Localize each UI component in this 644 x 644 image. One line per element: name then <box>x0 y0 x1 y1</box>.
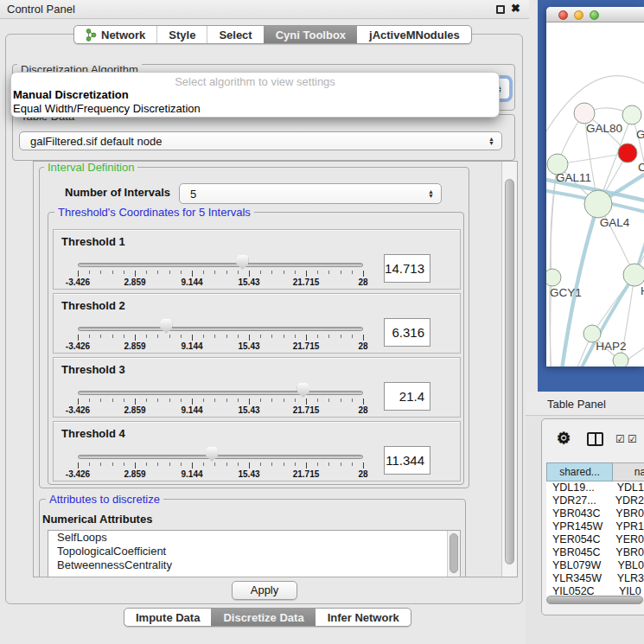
tick-mark <box>169 335 170 338</box>
tab-jactivemnodules[interactable]: jActiveMNodules <box>357 26 471 43</box>
combo-arrows-icon: ▲▼ <box>428 189 434 198</box>
close-icon[interactable]: ✖ <box>511 2 520 15</box>
tick-label: -3.426 <box>66 277 90 287</box>
list-scrollbar[interactable] <box>447 531 460 577</box>
table-row[interactable]: YPR145WYPR1 <box>546 520 644 533</box>
cell-shared-name: YBR043C <box>546 507 609 520</box>
tick-mark <box>260 335 261 338</box>
slider-thumb[interactable] <box>206 447 218 462</box>
threshold-value-field[interactable]: 6.316 <box>384 318 430 347</box>
numerical-attributes-list[interactable]: SelfLoops TopologicalCoefficient Between… <box>48 530 461 577</box>
tick-mark <box>249 335 250 341</box>
network-node-gal80[interactable] <box>574 103 595 124</box>
list-item-topologicalcoefficient[interactable]: TopologicalCoefficient <box>48 545 460 558</box>
tick-label: 15.43 <box>238 277 259 287</box>
slider-thumb[interactable] <box>236 255 248 270</box>
tab-network[interactable]: Network <box>74 26 156 43</box>
tab-discretize-data[interactable]: Discretize Data <box>211 609 315 626</box>
tick-mark <box>284 335 284 338</box>
tab-infer-network[interactable]: Infer Network <box>316 609 411 626</box>
tick-mark <box>306 399 307 405</box>
list-scrollbar-thumb[interactable] <box>450 533 458 573</box>
checkbox-icon[interactable]: ☑ <box>615 433 625 445</box>
dropdown-option-equal-width[interactable]: Equal Width/Frequency Discretization <box>11 102 499 116</box>
table-data-combobox[interactable]: galFiltered.sif default node ▲▼ <box>19 131 502 150</box>
viewport-scrollbar[interactable] <box>501 162 517 577</box>
float-window-icon[interactable] <box>496 5 505 14</box>
dropdown-option-manual[interactable]: Manual Discretization <box>11 88 499 102</box>
list-item-betweennesscentrality[interactable]: BetweennessCentrality <box>48 558 460 572</box>
slider-thumb[interactable] <box>160 319 172 334</box>
tab-style[interactable]: Style <box>156 26 207 43</box>
network-node[interactable] <box>618 143 637 163</box>
table-data-value: galFiltered.sif default node <box>20 135 162 148</box>
attributes-group-title: Attributes to discretize <box>46 494 163 506</box>
network-node[interactable] <box>622 105 641 124</box>
network-canvas-container[interactable]: GAL80GAGAL11CGAL4GCY1HHAP2 <box>546 22 644 367</box>
tab-cyni-toolbox[interactable]: Cyni Toolbox <box>264 26 357 43</box>
threshold-value-field[interactable]: 11.344 <box>384 446 430 475</box>
gear-icon[interactable]: ⚙ <box>557 430 571 446</box>
tick-mark <box>352 271 353 274</box>
tick-label: 2.859 <box>124 469 145 479</box>
threshold-value-field[interactable]: 14.713 <box>384 254 430 283</box>
table-row[interactable]: YBR043CYBR0 <box>546 507 644 520</box>
slider-track <box>78 455 363 459</box>
tick-mark <box>89 399 90 402</box>
table-row[interactable]: YBL079WYBL0 <box>546 559 644 572</box>
slider-track <box>78 391 363 395</box>
slider-thumb[interactable] <box>297 383 309 398</box>
column-divider <box>595 434 596 444</box>
tick-mark <box>203 271 204 274</box>
column-header-name[interactable]: na <box>613 462 644 481</box>
tick-mark <box>352 462 353 466</box>
table-row[interactable]: YLR345WYLR3 <box>546 572 644 585</box>
checkbox-icon[interactable]: ☑ <box>628 433 637 445</box>
tick-label: -3.426 <box>66 469 90 479</box>
settings-scroll-viewport: Interval Definition Number of Intervals … <box>33 161 518 577</box>
network-node-label: GCY1 <box>550 286 582 299</box>
minimize-traffic-light-icon[interactable] <box>574 10 583 20</box>
tick-mark <box>124 271 124 274</box>
threshold-value-field[interactable]: 21.4 <box>384 382 430 411</box>
table-row[interactable]: YBR045CYBR0 <box>546 546 644 559</box>
network-node-label: GAL80 <box>586 122 622 135</box>
horizontal-scrollbar-thumb[interactable] <box>546 596 643 604</box>
table-row[interactable]: YDL19...YDL1 <box>546 481 644 494</box>
table-row[interactable]: YER054CYER0 <box>546 533 644 546</box>
network-node[interactable] <box>613 353 628 367</box>
tick-mark <box>192 271 193 277</box>
network-node-h[interactable] <box>623 264 644 286</box>
network-node-gal4[interactable] <box>584 190 612 218</box>
apply-button[interactable]: Apply <box>232 581 297 600</box>
column-layout-icon[interactable] <box>587 432 603 446</box>
zoom-traffic-light-icon[interactable] <box>590 10 599 20</box>
tick-mark <box>169 462 170 466</box>
tick-mark <box>363 399 364 405</box>
tick-mark <box>341 399 341 402</box>
tick-mark <box>181 335 182 338</box>
tick-mark <box>89 335 90 338</box>
cell-shared-name: YDL19... <box>546 481 611 494</box>
number-of-intervals-combobox[interactable]: 5 ▲▼ <box>179 183 442 204</box>
tick-mark <box>363 271 364 277</box>
tick-mark <box>260 462 261 466</box>
tab-select[interactable]: Select <box>207 26 263 43</box>
tick-mark <box>238 399 239 402</box>
tab-impute-data[interactable]: Impute Data <box>124 609 211 626</box>
viewport-scrollbar-thumb[interactable] <box>505 179 514 564</box>
threshold-label: Threshold 3 <box>61 363 125 376</box>
tick-mark <box>260 271 261 274</box>
network-node-gcy1[interactable] <box>546 269 561 286</box>
tick-mark <box>78 271 79 277</box>
tick-mark <box>238 335 239 338</box>
network-canvas[interactable]: GAL80GAGAL11CGAL4GCY1HHAP2 <box>546 22 644 367</box>
list-item-selfloops[interactable]: SelfLoops <box>48 531 460 545</box>
table-row[interactable]: YDR27...YDR2 <box>546 494 644 507</box>
numerical-attributes-label: Numerical Attributes <box>42 513 152 526</box>
tick-mark <box>306 271 307 277</box>
close-traffic-light-icon[interactable] <box>558 10 568 20</box>
tick-label: 28 <box>358 341 367 351</box>
column-header-shared-name[interactable]: shared... <box>546 462 613 481</box>
tick-mark <box>317 399 318 402</box>
